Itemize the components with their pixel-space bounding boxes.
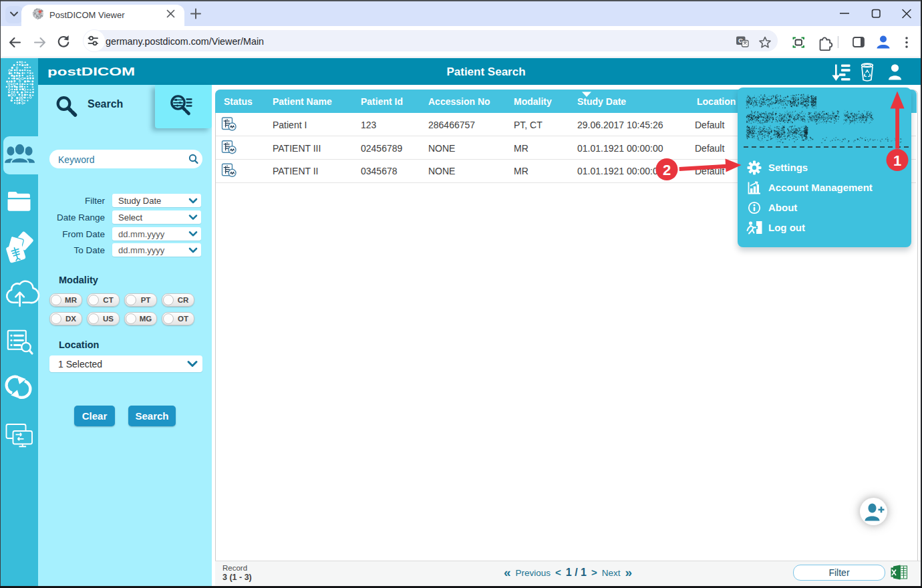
svg-text:postDICOM: postDICOM: [47, 65, 135, 78]
svg-text:2: 2: [663, 162, 671, 178]
svg-text:1: 1: [893, 152, 901, 169]
